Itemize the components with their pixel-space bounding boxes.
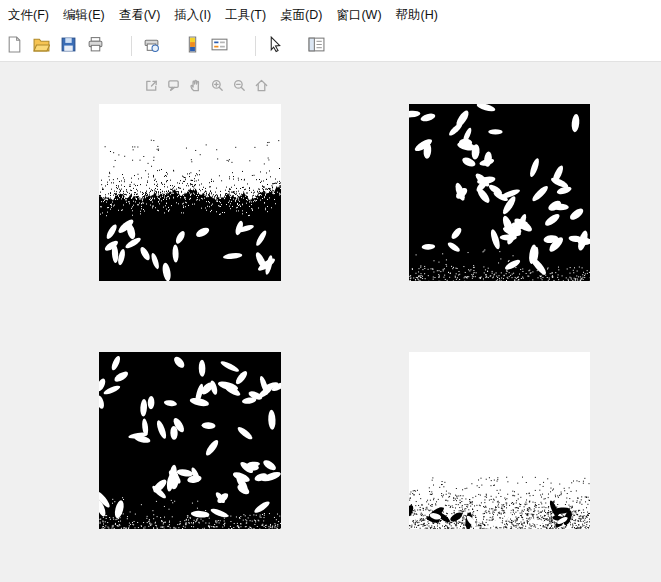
menu-file[interactable]: 文件(F) bbox=[1, 0, 56, 30]
toolbar-separator bbox=[255, 36, 256, 56]
edit-plot-button[interactable] bbox=[263, 34, 287, 58]
print-figure-icon bbox=[87, 36, 104, 56]
export-button[interactable] bbox=[140, 77, 162, 97]
menu-window[interactable]: 窗口(W) bbox=[329, 0, 388, 30]
print-preview-button[interactable] bbox=[139, 34, 163, 58]
figure-canvas-area bbox=[0, 62, 661, 582]
edit-plot-cursor-icon bbox=[267, 36, 284, 56]
restore-view-home-icon bbox=[254, 78, 269, 96]
menu-view[interactable]: 查看(V) bbox=[112, 0, 168, 30]
zoom-out-icon bbox=[232, 78, 247, 96]
pan-hand-icon bbox=[188, 78, 203, 96]
insert-legend-icon bbox=[211, 36, 228, 56]
new-figure-icon bbox=[6, 36, 23, 56]
menu-help[interactable]: 帮助(H) bbox=[389, 0, 445, 30]
pan-button[interactable] bbox=[184, 77, 206, 97]
restore-view-button[interactable] bbox=[250, 77, 272, 97]
figure-toolbar bbox=[0, 30, 661, 62]
menu-bar: 文件(F) 编辑(E) 查看(V) 插入(I) 工具(T) 桌面(D) 窗口(W… bbox=[0, 0, 661, 30]
save-figure-icon bbox=[60, 36, 77, 56]
menu-insert[interactable]: 插入(I) bbox=[167, 0, 218, 30]
data-tips-icon bbox=[166, 78, 181, 96]
subplot-image-top-right bbox=[409, 104, 590, 281]
data-tips-button[interactable] bbox=[162, 77, 184, 97]
subplot-image-bottom-right bbox=[409, 352, 590, 529]
print-preview-icon bbox=[143, 36, 160, 56]
export-icon bbox=[144, 78, 159, 96]
axes-toolbar bbox=[140, 77, 272, 97]
subplot-image-bottom-left bbox=[99, 352, 281, 529]
property-inspector-icon bbox=[308, 36, 325, 56]
insert-colorbar-icon bbox=[184, 36, 201, 56]
menu-edit[interactable]: 编辑(E) bbox=[56, 0, 112, 30]
property-inspector-button[interactable] bbox=[304, 34, 328, 58]
open-file-icon bbox=[33, 36, 50, 56]
new-figure-button[interactable] bbox=[2, 34, 26, 58]
zoom-in-button[interactable] bbox=[206, 77, 228, 97]
save-figure-button[interactable] bbox=[56, 34, 80, 58]
insert-colorbar-button[interactable] bbox=[180, 34, 204, 58]
open-file-button[interactable] bbox=[29, 34, 53, 58]
menu-desktop[interactable]: 桌面(D) bbox=[273, 0, 329, 30]
insert-legend-button[interactable] bbox=[207, 34, 231, 58]
menu-tools[interactable]: 工具(T) bbox=[218, 0, 273, 30]
matlab-figure-window: 文件(F) 编辑(E) 查看(V) 插入(I) 工具(T) 桌面(D) 窗口(W… bbox=[0, 0, 661, 582]
toolbar-separator bbox=[131, 36, 132, 56]
print-figure-button[interactable] bbox=[83, 34, 107, 58]
zoom-out-button[interactable] bbox=[228, 77, 250, 97]
zoom-in-icon bbox=[210, 78, 225, 96]
subplot-image-top-left bbox=[99, 104, 281, 281]
